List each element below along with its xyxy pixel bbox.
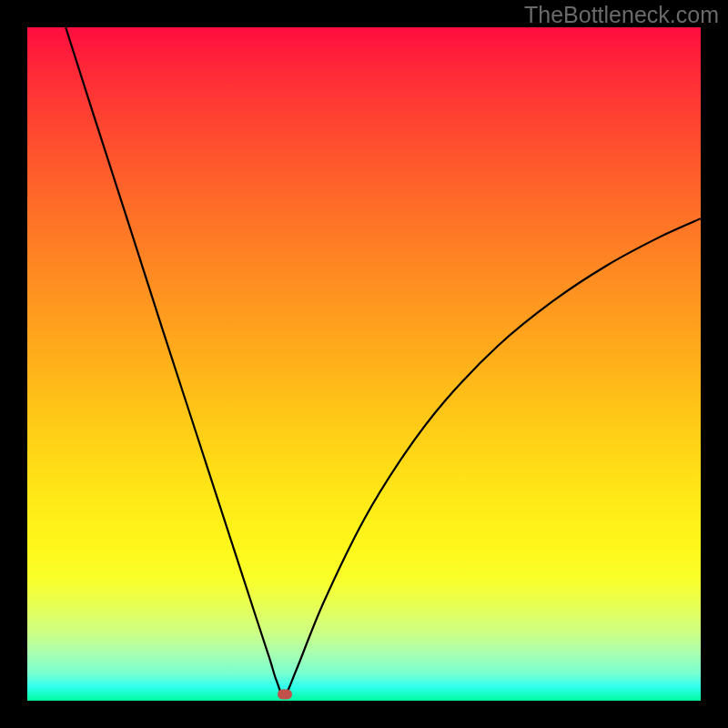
bottleneck-curve <box>27 27 701 701</box>
optimal-point-marker <box>278 689 292 699</box>
plot-area <box>27 27 701 701</box>
chart-container: TheBottleneck.com <box>0 0 728 728</box>
attribution-watermark: TheBottleneck.com <box>524 2 719 28</box>
